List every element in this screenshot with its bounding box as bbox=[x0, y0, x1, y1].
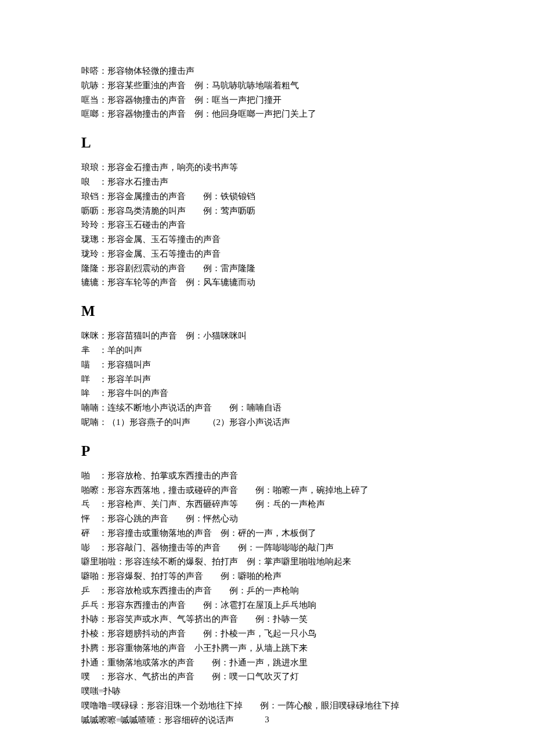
section-m: M 咪咪：形容苗猫叫的声音 例：小猫咪咪叫 芈 ：羊的叫声 喵 ：形容猫叫声 咩… bbox=[81, 299, 453, 430]
entry-line: 喵 ：形容猫叫声 bbox=[81, 358, 453, 372]
entry-line: 啪 ：形容放枪、拍掌或东西撞击的声音 bbox=[81, 469, 453, 483]
entry-line: 噼啪：形容爆裂、拍打等的声音 例：噼啪的枪声 bbox=[81, 569, 453, 584]
document-content: 咔嗒：形容物体轻微的撞击声 吭哧：形容某些重浊的声音 例：马吭哧吭哧地喘着粗气 … bbox=[81, 64, 453, 727]
entry-line: 扑哧：形容笑声或水声、气等挤出的声音 例：扑哧一笑 bbox=[81, 612, 453, 627]
entry-line: 哞 ：形容牛叫的声音 bbox=[81, 386, 453, 401]
entry-line: 砰 ：形容撞击或重物落地的声音 例：砰的一声，木板倒了 bbox=[81, 526, 453, 541]
entry-line: 隆隆：形容剧烈震动的声音 例：雷声隆隆 bbox=[81, 261, 453, 276]
entry-line: 辘辘：形容车轮等的声音 例：风车辘辘而动 bbox=[81, 275, 453, 290]
entry-line: 嘭 ：形容敲门、器物撞击等的声音 例：一阵嘭嘭嘭的敲门声 bbox=[81, 541, 453, 555]
section-heading: L bbox=[81, 131, 453, 154]
entry-line: 怦 ：形容心跳的声音 例：怦然心动 bbox=[81, 512, 453, 526]
entry-line: 扑腾：形容重物落地的声音 小王扑腾一声，从墙上跳下来 bbox=[81, 641, 453, 656]
entry-line: 喃喃：连续不断地小声说话的声音 例：喃喃自语 bbox=[81, 401, 453, 415]
entry-line: 玲玲：形容玉石碰击的声音 bbox=[81, 218, 453, 232]
intro-line: 哐啷：形容器物撞击的声音 例：他回身哐啷一声把门关上了 bbox=[81, 107, 453, 121]
entry-line: 哴 ：形容水石撞击声 bbox=[81, 175, 453, 189]
intro-line: 吭哧：形容某些重浊的声音 例：马吭哧吭哧地喘着粗气 bbox=[81, 78, 453, 93]
section-p: P 啪 ：形容放枪、拍掌或东西撞击的声音 啪嚓：形容东西落地，撞击或碰碎的声音 … bbox=[81, 439, 453, 728]
entry-line: 珑玲：形容金属、玉石等撞击的声音 bbox=[81, 247, 453, 261]
entry-line: 扑通：重物落地或落水的声音 例：扑通一声，跳进水里 bbox=[81, 656, 453, 670]
section-l: L 琅琅：形容金石撞击声，响亮的读书声等 哴 ：形容水石撞击声 琅铛：形容金属撞… bbox=[81, 131, 453, 290]
entry-line: 琅琅：形容金石撞击声，响亮的读书声等 bbox=[81, 160, 453, 175]
entry-line: 琅铛：形容金属撞击的声音 例：铁锁锒铛 bbox=[81, 189, 453, 204]
entry-line: 乒 ：形容放枪或东西撞击的声音 例：乒的一声枪响 bbox=[81, 584, 453, 598]
entry-line: 乒乓：形容东西撞击的声音 例：冰雹打在屋顶上乒乓地响 bbox=[81, 598, 453, 613]
section-heading: M bbox=[81, 299, 453, 323]
page-number: 3 bbox=[265, 712, 269, 727]
entry-line: 芈 ：羊的叫声 bbox=[81, 343, 453, 358]
entry-line: 噼里啪啦：形容连续不断的爆裂、拍打声 例：掌声噼里啪啦地响起来 bbox=[81, 555, 453, 569]
section-heading: P bbox=[81, 439, 453, 463]
entry-line: 呖呖：形容鸟类清脆的叫声 例：莺声呖呖 bbox=[81, 204, 453, 218]
intro-block: 咔嗒：形容物体轻微的撞击声 吭哧：形容某些重浊的声音 例：马吭哧吭哧地喘着粗气 … bbox=[81, 64, 453, 121]
entry-line: 呢喃：（1）形容燕子的叫声 （2）形容小声说话声 bbox=[81, 415, 453, 430]
entry-line: 乓 ：形容枪声、关门声、东西砸碎声等 例：乓的一声枪声 bbox=[81, 497, 453, 512]
entry-line: 扑棱：形容翅膀抖动的声音 例：扑棱一声，飞起一只小鸟 bbox=[81, 627, 453, 641]
entry-line: 噗嗤=扑哧 bbox=[81, 684, 453, 699]
entry-line: 噗 ：形容水、气挤出的声音 例：噗一口气吹灭了灯 bbox=[81, 669, 453, 684]
entry-line: 咩 ：形容羊叫声 bbox=[81, 372, 453, 387]
intro-line: 哐当：形容器物撞击的声音 例：哐当一声把门撞开 bbox=[81, 93, 453, 107]
entry-line: 噗噜噜=噗碌碌：形容泪珠一个劲地往下掉 例：一阵心酸，眼泪噗碌碌地往下掉 bbox=[81, 699, 453, 713]
entry-line: 咪咪：形容苗猫叫的声音 例：小猫咪咪叫 bbox=[81, 329, 453, 343]
entry-line: 珑璁：形容金属、玉石等撞击的声音 bbox=[81, 232, 453, 247]
entry-line: 啪嚓：形容东西落地，撞击或碰碎的声音 例：啪嚓一声，碗掉地上碎了 bbox=[81, 483, 453, 498]
intro-line: 咔嗒：形容物体轻微的撞击声 bbox=[81, 64, 453, 78]
